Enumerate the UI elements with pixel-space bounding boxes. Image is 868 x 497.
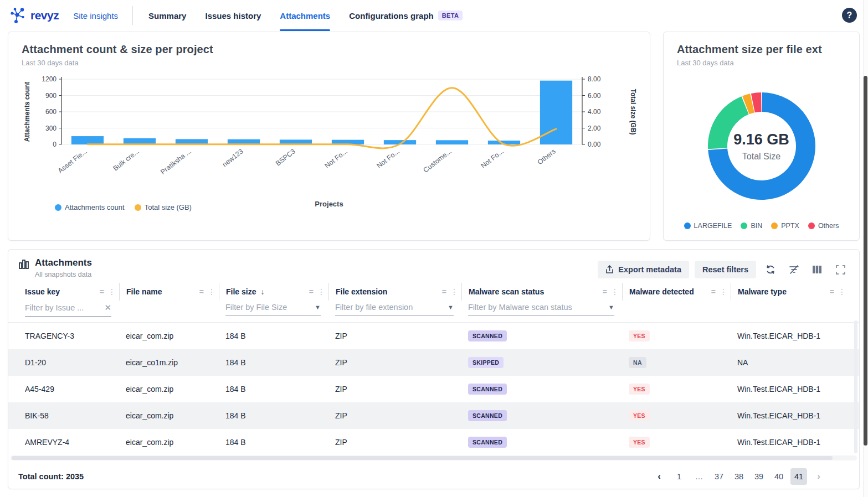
columns-icon[interactable] bbox=[808, 262, 826, 277]
sort-desc-icon[interactable]: ↓ bbox=[260, 287, 264, 296]
svg-text:2.00: 2.00 bbox=[588, 125, 601, 132]
filter-file-extension: Filter by file extension ▼ bbox=[328, 302, 461, 317]
pagination-ellipsis[interactable]: … bbox=[691, 468, 707, 485]
file-extension-filter-select[interactable]: Filter by file extension ▼ bbox=[335, 303, 454, 315]
legend-others[interactable]: Others bbox=[808, 222, 839, 230]
export-metadata-button[interactable]: Export metadata bbox=[598, 261, 689, 278]
column-menu-icon[interactable]: ⋮ bbox=[611, 287, 619, 296]
filter-malware-type-empty bbox=[731, 302, 849, 317]
file-name-cell: eicar_co1m.zip bbox=[119, 358, 219, 367]
page-scrollbar[interactable] bbox=[863, 0, 868, 497]
revyz-logo-icon bbox=[10, 7, 27, 24]
pagination-page-40[interactable]: 40 bbox=[771, 468, 787, 485]
column-header-malware-detected[interactable]: Malware detected =⋮ bbox=[622, 283, 731, 301]
page-scrollbar-thumb[interactable] bbox=[864, 76, 867, 446]
fullscreen-icon[interactable] bbox=[831, 262, 849, 277]
issue-key-cell: BIK-58 bbox=[18, 411, 119, 420]
resize-handle-icon[interactable]: = bbox=[603, 287, 607, 296]
svg-text:Bulk cre...: Bulk cre... bbox=[111, 147, 140, 172]
resize-handle-icon[interactable]: = bbox=[830, 287, 834, 296]
legend-bin[interactable]: BIN bbox=[741, 222, 762, 230]
resize-handle-icon[interactable]: = bbox=[309, 287, 313, 296]
svg-text:Not Fo...: Not Fo... bbox=[375, 147, 400, 170]
status-badge: SCANNED bbox=[468, 410, 507, 421]
legend-pptx[interactable]: PPTX bbox=[771, 222, 799, 230]
table-filter-row: ✕ Filter by File Size ▼ Filter by file e… bbox=[8, 301, 859, 322]
legend-largefile[interactable]: LARGEFILE bbox=[684, 222, 732, 230]
combo-chart-svg: 030060090012000.002.004.006.008.00Attach… bbox=[22, 73, 636, 195]
svg-text:1200: 1200 bbox=[42, 75, 57, 83]
issue-key-cell: AMREVYZ-4 bbox=[18, 438, 119, 447]
combo-chart-footer: Projects Attachments count Total size (G… bbox=[22, 199, 636, 215]
pagination-page-1[interactable]: 1 bbox=[671, 468, 687, 485]
combo-chart-card: Attachment count & size per project Last… bbox=[8, 32, 650, 241]
hscroll-thumb[interactable] bbox=[12, 456, 833, 460]
pagination-page-41-active[interactable]: 41 bbox=[790, 468, 807, 485]
table-vertical-scrollbar[interactable] bbox=[854, 320, 857, 453]
malware-scan-status-filter-select[interactable]: Filter by Malware scan status ▼ bbox=[468, 303, 614, 315]
column-header-file-size[interactable]: File size↓ =⋮ bbox=[219, 283, 328, 301]
tab-summary[interactable]: Summary bbox=[148, 0, 186, 31]
reset-filters-button[interactable]: Reset filters bbox=[695, 261, 756, 278]
table-row[interactable]: BIK-58eicar_com.zip184 BZIPSCANNEDYESWin… bbox=[8, 402, 859, 429]
resize-handle-icon[interactable]: = bbox=[711, 287, 715, 296]
malware-type-cell: Win.Test.EICAR_HDB-1 bbox=[731, 332, 849, 340]
table-title: Attachments bbox=[35, 257, 92, 268]
column-menu-icon[interactable]: ⋮ bbox=[838, 287, 846, 296]
column-menu-icon[interactable]: ⋮ bbox=[317, 287, 325, 296]
legend-total-size[interactable]: Total size (GB) bbox=[135, 203, 192, 211]
detected-cell: YES bbox=[622, 437, 731, 448]
file-extension-cell: ZIP bbox=[328, 438, 461, 447]
revyz-logo[interactable]: revyz bbox=[10, 7, 59, 24]
file-extension-cell: ZIP bbox=[328, 411, 461, 420]
legend-dot-bin bbox=[741, 222, 747, 229]
pagination-prev[interactable]: ‹ bbox=[651, 468, 667, 485]
svg-text:600: 600 bbox=[45, 108, 57, 116]
resize-handle-icon[interactable]: = bbox=[442, 287, 446, 296]
filter-off-icon[interactable] bbox=[785, 262, 803, 277]
table-row[interactable]: D1-20eicar_co1m.zip184 BZIPSKIPPEDNANA bbox=[8, 349, 859, 376]
combo-legend: Attachments count Total size (GB) bbox=[55, 203, 192, 211]
pagination-page-38[interactable]: 38 bbox=[731, 468, 747, 485]
tab-attachments[interactable]: Attachments bbox=[280, 0, 330, 31]
column-menu-icon[interactable]: ⋮ bbox=[108, 287, 116, 296]
column-header-malware-type[interactable]: Malware type =⋮ bbox=[731, 283, 849, 301]
legend-attachments-count[interactable]: Attachments count bbox=[55, 203, 125, 211]
filter-file-name-empty bbox=[119, 302, 219, 317]
column-header-file-name[interactable]: File name =⋮ bbox=[119, 283, 219, 301]
filter-malware-detected-empty bbox=[622, 302, 731, 317]
chevron-down-icon: ▼ bbox=[315, 304, 321, 310]
table-row[interactable]: AMREVYZ-4eicar_com.zip184 BZIPSCANNEDYES… bbox=[8, 429, 859, 455]
table-row[interactable]: TRAGENCY-3eicar_com.zip184 BZIPSCANNEDYE… bbox=[8, 323, 859, 349]
column-menu-icon[interactable]: ⋮ bbox=[208, 287, 215, 296]
refresh-icon[interactable] bbox=[762, 262, 779, 277]
column-menu-icon[interactable]: ⋮ bbox=[720, 287, 727, 296]
filter-malware-scan-status: Filter by Malware scan status ▼ bbox=[461, 302, 622, 317]
top-navigation: revyz Site insights Summary Issues histo… bbox=[0, 0, 868, 31]
file-size-filter-select[interactable]: Filter by File Size ▼ bbox=[225, 303, 321, 315]
column-menu-icon[interactable]: ⋮ bbox=[450, 287, 458, 296]
pagination-page-39[interactable]: 39 bbox=[751, 468, 767, 485]
status-badge: YES bbox=[629, 437, 650, 448]
pagination-next[interactable]: › bbox=[810, 468, 827, 485]
table-row[interactable]: A45-429eicar_com.zip184 BZIPSCANNEDYESWi… bbox=[8, 376, 859, 402]
column-header-issue-key[interactable]: Issue key =⋮ bbox=[18, 283, 119, 301]
total-count: Total count: 2035 bbox=[18, 472, 84, 481]
resize-handle-icon[interactable]: = bbox=[100, 287, 104, 296]
column-header-malware-scan-status[interactable]: Malware scan status =⋮ bbox=[461, 283, 622, 301]
svg-text:6.00: 6.00 bbox=[588, 92, 601, 100]
tab-issues-history[interactable]: Issues history bbox=[205, 0, 261, 31]
issue-key-filter-input[interactable] bbox=[25, 303, 101, 312]
table-toolbar: Export metadata Reset filters bbox=[598, 257, 849, 278]
clear-filter-icon[interactable]: ✕ bbox=[104, 303, 111, 313]
help-icon[interactable]: ? bbox=[842, 8, 857, 23]
table-horizontal-scrollbar[interactable] bbox=[11, 455, 857, 460]
combo-chart: 030060090012000.002.004.006.008.00Attach… bbox=[22, 73, 636, 215]
tab-configurations-graph[interactable]: Configurations graph BETA bbox=[349, 0, 463, 31]
nav-site-insights[interactable]: Site insights bbox=[73, 11, 118, 20]
file-name-cell: eicar_com.zip bbox=[119, 411, 219, 420]
resize-handle-icon[interactable]: = bbox=[199, 287, 203, 296]
file-extension-cell: ZIP bbox=[328, 358, 461, 367]
pagination-page-37[interactable]: 37 bbox=[711, 468, 727, 485]
column-header-file-extension[interactable]: File extension =⋮ bbox=[328, 283, 461, 301]
